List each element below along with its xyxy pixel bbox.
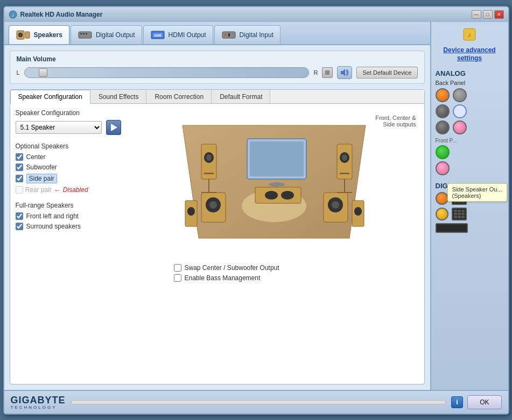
hdmi-tab-icon: HDMI	[150, 29, 165, 41]
tab-hdmi-output-label: HDMI Output	[169, 31, 206, 39]
sub-tab-speaker-config[interactable]: Speaker Configuration	[10, 90, 90, 104]
sub-content: Speaker Configuration 5.1 Speaker Stereo…	[10, 104, 424, 384]
volume-controls: L R	[17, 66, 418, 79]
digital-connector-bottom[interactable]	[436, 223, 504, 233]
info-button[interactable]: i	[451, 396, 463, 408]
svg-text:♪: ♪	[11, 12, 14, 18]
sub-tabs-panel: Speaker Configuration Sound Effects Room…	[10, 89, 425, 385]
svg-point-22	[269, 182, 285, 187]
subwoofer-checkbox-row: Subwoofer	[16, 163, 166, 171]
optional-speakers-group: Optional Speakers Center Subwoofer	[16, 143, 166, 194]
speaker-config-select[interactable]: 5.1 Speaker Stereo Quadraphonic 7.1 Spea…	[16, 121, 102, 134]
center-label: Center	[26, 153, 46, 161]
digital-connector-orange-2[interactable]	[436, 208, 448, 220]
tooltip-popup: Side Speaker Ou... (Speakers)	[447, 183, 507, 202]
test-speakers-button[interactable]	[106, 120, 121, 135]
rear-pair-checkbox[interactable]	[16, 186, 23, 194]
set-default-device-button[interactable]: Set Default Device	[356, 67, 417, 79]
close-button[interactable]: ✕	[494, 10, 504, 19]
right-channel-label: R	[313, 69, 318, 76]
ok-button[interactable]: OK	[467, 395, 501, 409]
digital-bottom-connector[interactable]	[436, 223, 468, 233]
full-range-group: Full-range Speakers Front left and right…	[16, 202, 166, 230]
volume-slider[interactable]	[24, 67, 310, 78]
back-panel-label: Back Panel	[436, 80, 504, 86]
gigabyte-text: GIGABYTE	[11, 395, 66, 406]
svg-point-4	[19, 34, 22, 36]
note-icon: ♪	[461, 26, 478, 42]
front-lr-checkbox[interactable]	[16, 212, 23, 220]
connector-green-1[interactable]	[453, 104, 467, 118]
technology-text: TECHNOLOGY	[11, 405, 57, 410]
tab-digital-output-label: Digital Output	[96, 31, 135, 39]
svg-rect-5	[25, 32, 30, 38]
svg-point-29	[342, 154, 347, 161]
sub-tabs-row: Speaker Configuration Sound Effects Room…	[10, 90, 424, 104]
connector-orange-1[interactable]	[436, 88, 450, 102]
title-bar-left: ♪ Realtek HD Audio Manager	[9, 10, 103, 19]
swap-center-label: Swap Center / Subwoofer Output	[185, 264, 279, 272]
speaker-select-row: 5.1 Speaker Stereo Quadraphonic 7.1 Spea…	[16, 120, 166, 135]
svg-rect-16	[325, 70, 329, 75]
volume-section: Main Volume L R	[10, 51, 425, 84]
maximize-button[interactable]: □	[483, 10, 493, 19]
connector-row-1	[436, 88, 504, 102]
speaker-config-left: Speaker Configuration 5.1 Speaker Stereo…	[16, 109, 166, 379]
right-panel: ♪ Device advanced settings ANALOG Back P…	[430, 22, 508, 390]
tab-digital-output[interactable]: Digital Output	[71, 25, 142, 44]
main-window: ♪ Realtek HD Audio Manager — □ ✕	[3, 6, 509, 415]
full-range-label: Full-range Speakers	[16, 202, 166, 209]
svg-point-14	[225, 34, 227, 36]
bottom-checkboxes: Swap Center / Subwoofer Output Enable Ba…	[172, 264, 419, 282]
connector-darkgray-1[interactable]	[436, 104, 450, 118]
digital-connector-row-2	[436, 208, 504, 220]
connector-pink-1[interactable]	[453, 120, 467, 134]
connector-gray-1[interactable]	[453, 88, 467, 102]
tab-speakers[interactable]: Speakers	[9, 25, 69, 44]
device-advanced-settings-link[interactable]: Device advanced settings	[436, 46, 504, 63]
volume-end-indicator	[322, 67, 333, 78]
mute-button[interactable]	[337, 66, 352, 79]
connector-row-3	[436, 120, 504, 134]
enable-bass-row: Enable Bass Management	[174, 274, 419, 282]
subwoofer-checkbox[interactable]	[16, 163, 23, 171]
digital-input-tab-icon	[221, 29, 236, 41]
enable-bass-checkbox[interactable]	[174, 274, 181, 282]
digital-connector-orange[interactable]	[436, 192, 448, 205]
surround-label: Surround speakers	[26, 223, 81, 230]
connector-pink-2[interactable]	[436, 161, 450, 175]
tab-digital-input[interactable]: Digital Input	[214, 25, 280, 44]
svg-rect-9	[86, 33, 87, 34]
side-pair-checkbox-row: Side pair	[16, 174, 166, 183]
main-tabs-row: Speakers Digital Output HDMI	[4, 22, 430, 45]
svg-point-38	[187, 207, 195, 216]
swap-center-checkbox[interactable]	[174, 264, 181, 272]
surround-checkbox-row: Surround speakers	[16, 223, 166, 230]
sub-tab-room-correction[interactable]: Room Correction	[146, 90, 212, 103]
sub-tab-default-format[interactable]: Default Format	[212, 90, 270, 103]
svg-point-40	[354, 207, 362, 216]
left-channel-label: L	[17, 69, 20, 76]
svg-point-36	[209, 201, 217, 209]
surround-checkbox[interactable]	[16, 223, 23, 230]
digital-connector-square-2[interactable]	[452, 208, 467, 220]
connector-row-5	[436, 161, 504, 175]
connector-darkgray-2[interactable]	[436, 120, 450, 134]
sub-tab-sound-effects[interactable]: Sound Effects	[90, 90, 147, 103]
svg-rect-8	[83, 33, 85, 34]
tab-hdmi-output[interactable]: HDMI HDMI Output	[143, 25, 213, 44]
digital-output-tab-icon	[78, 29, 93, 41]
play-icon	[111, 124, 117, 131]
tooltip-sub: (Speakers)	[452, 193, 502, 199]
connector-row-2	[436, 104, 504, 118]
main-content: Speakers Digital Output HDMI	[4, 22, 508, 390]
side-pair-label: Side pair	[26, 174, 57, 183]
center-checkbox[interactable]	[16, 153, 23, 161]
mute-icon	[340, 68, 349, 77]
volume-slider-thumb[interactable]	[39, 68, 47, 77]
window-title: Realtek HD Audio Manager	[20, 11, 103, 18]
side-pair-checkbox[interactable]	[16, 175, 23, 182]
connector-green-2[interactable]	[436, 145, 450, 159]
speaker-stage-svg	[172, 109, 376, 249]
minimize-button[interactable]: —	[472, 10, 481, 19]
